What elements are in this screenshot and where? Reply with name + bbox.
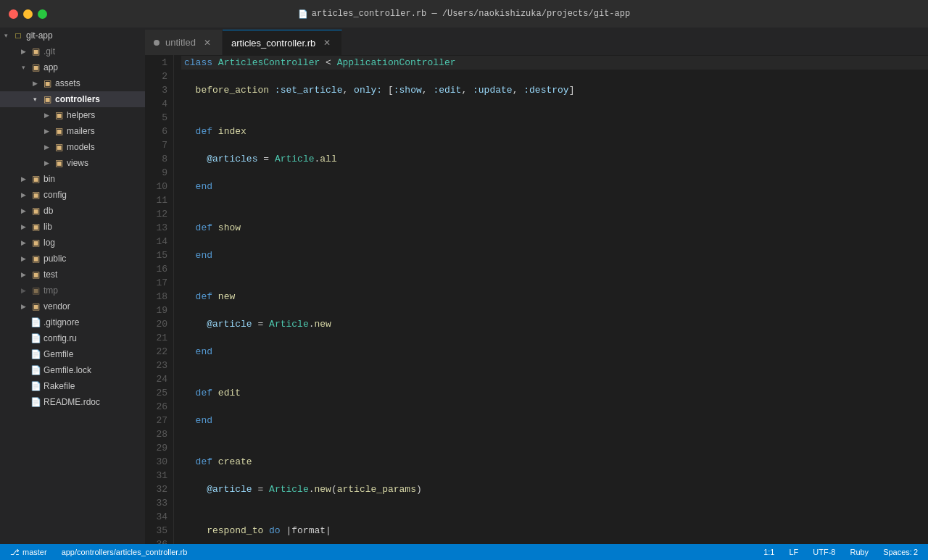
sidebar-item-lib[interactable]: ▶ ▣ lib xyxy=(0,219,145,235)
status-branch[interactable]: ⎇ master xyxy=(7,544,50,560)
file-icon: 📄 xyxy=(29,349,42,359)
folder-icon: ▣ xyxy=(29,222,42,232)
folder-icon: ▣ xyxy=(29,301,42,312)
folder-icon: ▣ xyxy=(52,110,65,120)
sidebar-item-vendor[interactable]: ▶ ▣ vendor xyxy=(0,298,145,314)
folder-icon: ▣ xyxy=(52,126,65,136)
sidebar-item-gitignore[interactable]: 📄 .gitignore xyxy=(0,314,145,330)
file-icon: 📄 xyxy=(29,381,42,391)
sidebar-item-tmp[interactable]: ▶ ▣ tmp xyxy=(0,283,145,298)
folder-icon: ▣ xyxy=(41,78,54,88)
lib-label: lib xyxy=(42,222,145,232)
sidebar-item-public[interactable]: ▶ ▣ public xyxy=(0,251,145,267)
controllers-label: controllers xyxy=(54,94,145,104)
db-label: db xyxy=(42,206,145,216)
folder-icon: ▣ xyxy=(29,285,42,296)
vendor-label: vendor xyxy=(42,301,145,312)
views-arrow: ▶ xyxy=(41,159,52,167)
assets-label: assets xyxy=(54,78,145,88)
folder-icon: ▣ xyxy=(29,174,42,184)
file-icon: 📄 xyxy=(29,333,42,343)
helpers-label: helpers xyxy=(65,110,145,120)
status-spaces[interactable]: Spaces: 2 xyxy=(880,544,921,560)
file-icon: 📄 xyxy=(298,9,308,19)
models-label: models xyxy=(65,142,145,152)
sidebar-item-config-ru[interactable]: 📄 config.ru xyxy=(0,330,145,346)
file-icon: 📄 xyxy=(29,317,42,327)
tmp-arrow: ▶ xyxy=(17,287,29,294)
code-content[interactable]: class ArticlesController < ApplicationCo… xyxy=(174,55,928,544)
readme-label: README.rdoc xyxy=(42,397,145,407)
test-label: test xyxy=(42,269,145,280)
log-label: log xyxy=(42,238,145,248)
sidebar-item-db[interactable]: ▶ ▣ db xyxy=(0,203,145,219)
status-line-endings[interactable]: LF xyxy=(786,544,801,560)
editor-area: untitled ✕ articles_controller.rb ✕ 1234… xyxy=(145,28,928,544)
title-text: articles_controller.rb — /Users/naokishi… xyxy=(312,9,630,19)
folder-icon: ▣ xyxy=(41,94,54,104)
sidebar-item-views[interactable]: ▶ ▣ views xyxy=(0,155,145,171)
git-label: .git xyxy=(42,46,145,57)
helpers-arrow: ▶ xyxy=(41,112,52,119)
branch-name: master xyxy=(22,548,47,556)
assets-arrow: ▶ xyxy=(29,80,41,87)
sidebar-item-assets[interactable]: ▶ ▣ assets xyxy=(0,75,145,91)
folder-icon: ▣ xyxy=(29,190,42,200)
status-encoding[interactable]: UTF-8 xyxy=(810,544,838,560)
window-title: 📄 articles_controller.rb — /Users/naokis… xyxy=(298,9,630,19)
spaces-label: Spaces: xyxy=(883,548,912,556)
status-cursor[interactable]: 1:1 xyxy=(761,544,777,560)
sidebar-item-git[interactable]: ▶ ▣ .git xyxy=(0,43,145,59)
sidebar-item-app[interactable]: ▾ ▣ app xyxy=(0,59,145,75)
app-label: app xyxy=(42,62,145,72)
app-arrow: ▾ xyxy=(17,64,29,71)
folder-icon: ▣ xyxy=(29,269,42,280)
close-button[interactable] xyxy=(9,9,18,19)
status-bar: ⎇ master app/controllers/articles_contro… xyxy=(0,544,928,560)
tabs-bar: untitled ✕ articles_controller.rb ✕ xyxy=(145,28,928,55)
code-editor[interactable]: 12345 678910 1112131415 1617181920 21222… xyxy=(145,55,928,544)
sidebar-item-log[interactable]: ▶ ▣ log xyxy=(0,235,145,251)
views-label: views xyxy=(65,158,145,168)
tab-untitled-close[interactable]: ✕ xyxy=(202,37,213,49)
tab-articles-controller[interactable]: articles_controller.rb ✕ xyxy=(223,30,342,55)
sidebar-item-models[interactable]: ▶ ▣ models xyxy=(0,139,145,155)
lib-arrow: ▶ xyxy=(17,223,29,230)
folder-icon: ▣ xyxy=(29,254,42,264)
log-arrow: ▶ xyxy=(17,239,29,246)
sidebar-item-config[interactable]: ▶ ▣ config xyxy=(0,187,145,203)
sidebar-item-test[interactable]: ▶ ▣ test xyxy=(0,267,145,283)
line-numbers: 12345 678910 1112131415 1617181920 21222… xyxy=(145,55,174,544)
gemfile-lock-label: Gemfile.lock xyxy=(42,365,145,375)
folder-icon: ▣ xyxy=(29,46,42,57)
controllers-arrow: ▾ xyxy=(29,96,41,103)
status-language[interactable]: Ruby xyxy=(847,544,871,560)
status-left: ⎇ master app/controllers/articles_contro… xyxy=(7,544,190,560)
branch-icon: ⎇ xyxy=(10,548,20,557)
spaces-value: 2 xyxy=(914,548,918,556)
sidebar-item-bin[interactable]: ▶ ▣ bin xyxy=(0,171,145,187)
sidebar-root[interactable]: ▾ □ git-app xyxy=(0,28,145,43)
sidebar-item-controllers[interactable]: ▾ ▣ controllers xyxy=(0,91,145,107)
folder-icon: ▣ xyxy=(52,158,65,168)
status-right: 1:1 LF UTF-8 Ruby Spaces: 2 xyxy=(761,544,921,560)
tab-articles-close[interactable]: ✕ xyxy=(321,37,333,49)
sidebar-item-rakefile[interactable]: 📄 Rakefile xyxy=(0,378,145,394)
db-arrow: ▶ xyxy=(17,207,29,214)
minimize-button[interactable] xyxy=(23,9,33,19)
root-folder-icon: □ xyxy=(12,30,25,41)
root-arrow: ▾ xyxy=(0,32,12,39)
vendor-arrow: ▶ xyxy=(17,303,29,310)
sidebar: ▾ □ git-app ▶ ▣ .git ▾ ▣ app ▶ ▣ assets xyxy=(0,28,145,544)
sidebar-item-mailers[interactable]: ▶ ▣ mailers xyxy=(0,123,145,139)
status-path[interactable]: app/controllers/articles_controller.rb xyxy=(59,544,191,560)
sidebar-item-gemfile-lock[interactable]: 📄 Gemfile.lock xyxy=(0,362,145,378)
titlebar: 📄 articles_controller.rb — /Users/naokis… xyxy=(0,0,928,28)
gitignore-label: .gitignore xyxy=(42,317,145,327)
tab-untitled[interactable]: untitled ✕ xyxy=(145,30,223,55)
sidebar-item-helpers[interactable]: ▶ ▣ helpers xyxy=(0,107,145,123)
sidebar-item-gemfile[interactable]: 📄 Gemfile xyxy=(0,346,145,362)
tab-dot xyxy=(154,40,160,46)
sidebar-item-readme[interactable]: 📄 README.rdoc xyxy=(0,394,145,410)
maximize-button[interactable] xyxy=(38,9,47,19)
